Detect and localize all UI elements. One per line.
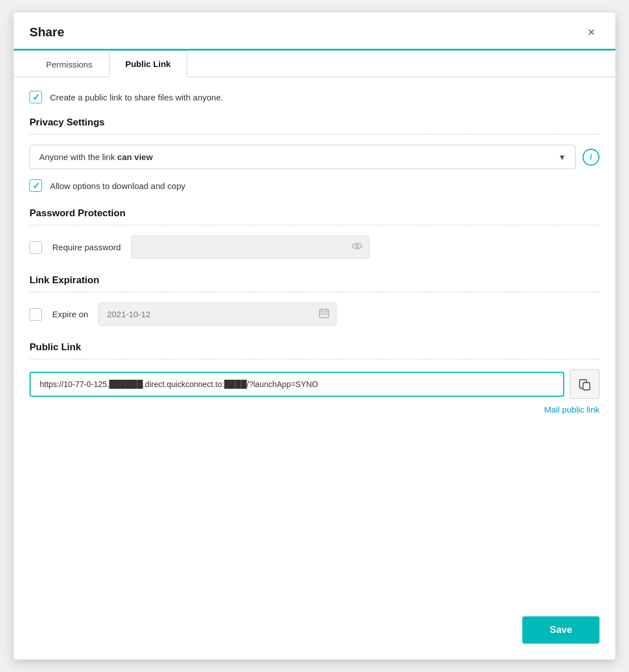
svg-point-0 <box>353 243 362 249</box>
privacy-title: Privacy Settings <box>30 117 599 128</box>
password-input[interactable] <box>131 236 370 259</box>
password-divider <box>30 225 599 225</box>
password-row: Require password <box>30 236 599 259</box>
create-link-row: ✓ Create a public link to share files wi… <box>30 91 599 103</box>
mail-public-link[interactable]: Mail public link <box>30 405 599 414</box>
privacy-select-text: Anyone with the link can view <box>39 152 153 162</box>
privacy-divider <box>30 134 599 135</box>
calendar-icon[interactable] <box>318 307 330 321</box>
expiration-divider <box>30 292 599 292</box>
expire-on-label: Expire on <box>52 309 88 319</box>
public-link-input[interactable] <box>30 372 564 397</box>
public-link-title: Public Link <box>30 342 599 353</box>
link-input-row <box>30 369 599 399</box>
tab-permissions[interactable]: Permissions <box>30 51 109 77</box>
tab-bar: Permissions Public Link <box>14 51 615 77</box>
expiration-checkbox[interactable] <box>30 308 42 321</box>
privacy-select-row: Anyone with the link can view ▼ i <box>30 145 599 169</box>
expiration-title: Link Expiration <box>30 275 599 286</box>
public-link-divider <box>30 359 599 359</box>
eye-icon[interactable] <box>351 240 363 254</box>
password-section: Password Protection Require password <box>30 208 599 259</box>
svg-point-1 <box>355 245 358 247</box>
privacy-select[interactable]: Anyone with the link can view ▼ <box>30 145 576 169</box>
expiration-section: Link Expiration Expire on <box>30 275 599 326</box>
save-button[interactable]: Save <box>522 616 599 644</box>
require-password-label: Require password <box>52 242 121 252</box>
download-checkbox-row: ✓ Allow options to download and copy <box>30 179 599 192</box>
privacy-select-bold: can view <box>118 152 153 162</box>
create-link-checkbox[interactable]: ✓ <box>30 91 42 103</box>
password-checkbox[interactable] <box>30 241 42 254</box>
copy-icon <box>578 377 592 391</box>
svg-rect-9 <box>583 383 590 390</box>
public-link-section: Public Link Mail public link <box>30 342 599 414</box>
download-label: Allow options to download and copy <box>50 181 186 191</box>
info-button[interactable]: i <box>582 149 599 166</box>
svg-rect-8 <box>326 313 328 314</box>
dialog-content: ✓ Create a public link to share files wi… <box>14 77 615 606</box>
dialog-footer: Save <box>14 606 615 660</box>
expiration-row: Expire on <box>30 303 599 326</box>
create-link-label: Create a public link to share files with… <box>50 93 223 102</box>
password-title: Password Protection <box>30 208 599 219</box>
svg-rect-6 <box>321 313 323 314</box>
date-input[interactable] <box>98 303 337 326</box>
copy-button[interactable] <box>570 369 599 399</box>
checkmark-icon: ✓ <box>32 180 40 191</box>
date-input-wrap <box>98 303 337 326</box>
privacy-section: Privacy Settings Anyone with the link ca… <box>30 117 599 192</box>
tab-public-link[interactable]: Public Link <box>109 51 187 77</box>
chevron-down-icon: ▼ <box>558 153 566 162</box>
dialog-header: Share × <box>14 12 615 41</box>
download-checkbox[interactable]: ✓ <box>30 179 42 192</box>
checkmark-icon: ✓ <box>32 92 40 103</box>
close-button[interactable]: × <box>583 24 599 41</box>
password-input-wrap <box>131 236 370 259</box>
svg-rect-7 <box>324 313 325 314</box>
dialog-title: Share <box>30 25 64 40</box>
share-dialog: Share × Permissions Public Link ✓ Create… <box>14 12 615 660</box>
